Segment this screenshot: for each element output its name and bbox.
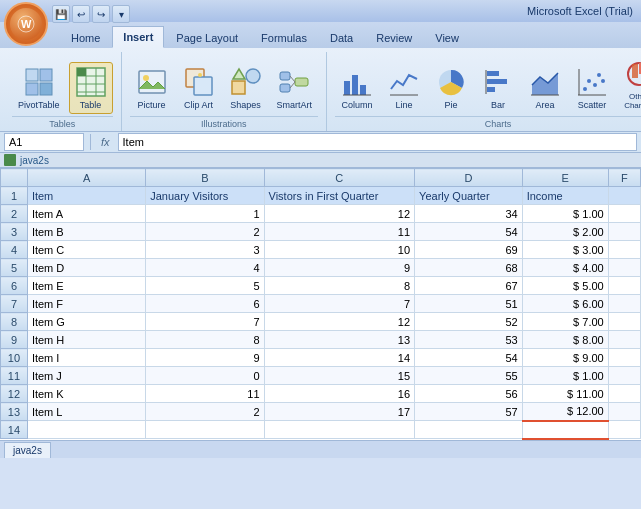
smart-art-button[interactable]: SmartArt (271, 62, 319, 114)
cell-9-F[interactable] (608, 331, 640, 349)
name-box[interactable]: A1 (4, 133, 84, 151)
row-header-10[interactable]: 10 (1, 349, 28, 367)
cell-4-D[interactable]: 69 (415, 241, 523, 259)
cell-1-B[interactable]: January Visitors (146, 187, 264, 205)
cell-10-B[interactable]: 9 (146, 349, 264, 367)
save-quick-btn[interactable]: 💾 (52, 5, 70, 23)
cell-4-A[interactable]: Item C (27, 241, 145, 259)
row-header-14[interactable]: 14 (1, 421, 28, 439)
cell-12-E[interactable]: $ 11.00 (522, 385, 608, 403)
bar-chart-button[interactable]: Bar (476, 62, 520, 114)
pie-chart-button[interactable]: Pie (429, 62, 473, 114)
cell-5-C[interactable]: 9 (264, 259, 415, 277)
col-header-a[interactable]: A (27, 169, 145, 187)
cell-9-B[interactable]: 8 (146, 331, 264, 349)
cell-14-F[interactable] (608, 421, 640, 439)
tab-view[interactable]: View (424, 26, 470, 48)
cell-3-F[interactable] (608, 223, 640, 241)
cell-2-C[interactable]: 12 (264, 205, 415, 223)
formula-input[interactable]: Item (118, 133, 637, 151)
cell-7-A[interactable]: Item F (27, 295, 145, 313)
tab-data[interactable]: Data (319, 26, 364, 48)
cell-8-E[interactable]: $ 7.00 (522, 313, 608, 331)
cell-4-B[interactable]: 3 (146, 241, 264, 259)
cell-13-F[interactable] (608, 403, 640, 421)
cell-5-A[interactable]: Item D (27, 259, 145, 277)
row-header-2[interactable]: 2 (1, 205, 28, 223)
cell-8-D[interactable]: 52 (415, 313, 523, 331)
table-button[interactable]: Table (69, 62, 113, 114)
cell-1-C[interactable]: Vistors in First Quarter (264, 187, 415, 205)
cell-3-B[interactable]: 2 (146, 223, 264, 241)
cell-5-B[interactable]: 4 (146, 259, 264, 277)
cell-7-D[interactable]: 51 (415, 295, 523, 313)
cell-1-F[interactable] (608, 187, 640, 205)
col-header-e[interactable]: E (522, 169, 608, 187)
cell-7-B[interactable]: 6 (146, 295, 264, 313)
cell-2-B[interactable]: 1 (146, 205, 264, 223)
office-button[interactable]: W (4, 2, 48, 46)
redo-quick-btn[interactable]: ↪ (92, 5, 110, 23)
row-header-6[interactable]: 6 (1, 277, 28, 295)
cell-2-F[interactable] (608, 205, 640, 223)
cell-7-C[interactable]: 7 (264, 295, 415, 313)
cell-6-D[interactable]: 67 (415, 277, 523, 295)
cell-1-A[interactable]: Item (27, 187, 145, 205)
cell-1-E[interactable]: Income (522, 187, 608, 205)
row-header-5[interactable]: 5 (1, 259, 28, 277)
row-header-8[interactable]: 8 (1, 313, 28, 331)
cell-12-C[interactable]: 16 (264, 385, 415, 403)
tab-insert[interactable]: Insert (112, 26, 164, 48)
cell-9-C[interactable]: 13 (264, 331, 415, 349)
clip-art-button[interactable]: Clip Art (177, 62, 221, 114)
cell-3-E[interactable]: $ 2.00 (522, 223, 608, 241)
cell-5-E[interactable]: $ 4.00 (522, 259, 608, 277)
row-header-12[interactable]: 12 (1, 385, 28, 403)
cell-6-C[interactable]: 8 (264, 277, 415, 295)
cell-8-F[interactable] (608, 313, 640, 331)
cell-4-E[interactable]: $ 3.00 (522, 241, 608, 259)
cell-7-F[interactable] (608, 295, 640, 313)
cell-11-A[interactable]: Item J (27, 367, 145, 385)
cell-11-F[interactable] (608, 367, 640, 385)
cell-11-C[interactable]: 15 (264, 367, 415, 385)
cell-4-C[interactable]: 10 (264, 241, 415, 259)
cell-13-C[interactable]: 17 (264, 403, 415, 421)
cell-8-A[interactable]: Item G (27, 313, 145, 331)
cell-9-D[interactable]: 53 (415, 331, 523, 349)
row-header-11[interactable]: 11 (1, 367, 28, 385)
cell-3-A[interactable]: Item B (27, 223, 145, 241)
cell-7-E[interactable]: $ 6.00 (522, 295, 608, 313)
cell-3-D[interactable]: 54 (415, 223, 523, 241)
cell-12-B[interactable]: 11 (146, 385, 264, 403)
cell-6-B[interactable]: 5 (146, 277, 264, 295)
cell-9-A[interactable]: Item H (27, 331, 145, 349)
cell-11-E[interactable]: $ 1.00 (522, 367, 608, 385)
cell-12-F[interactable] (608, 385, 640, 403)
cell-2-D[interactable]: 34 (415, 205, 523, 223)
col-header-f[interactable]: F (608, 169, 640, 187)
col-header-d[interactable]: D (415, 169, 523, 187)
cell-3-C[interactable]: 11 (264, 223, 415, 241)
col-header-c[interactable]: C (264, 169, 415, 187)
cell-6-A[interactable]: Item E (27, 277, 145, 295)
cell-14-E[interactable] (522, 421, 608, 439)
cell-13-E[interactable]: $ 12.00 (522, 403, 608, 421)
cell-12-A[interactable]: Item K (27, 385, 145, 403)
cell-10-C[interactable]: 14 (264, 349, 415, 367)
undo-quick-btn[interactable]: ↩ (72, 5, 90, 23)
cell-14-B[interactable] (146, 421, 264, 439)
cell-10-F[interactable] (608, 349, 640, 367)
cell-1-D[interactable]: Yearly Quarter (415, 187, 523, 205)
row-header-13[interactable]: 13 (1, 403, 28, 421)
cell-8-C[interactable]: 12 (264, 313, 415, 331)
cell-5-D[interactable]: 68 (415, 259, 523, 277)
cell-11-B[interactable]: 0 (146, 367, 264, 385)
cell-14-C[interactable] (264, 421, 415, 439)
cell-11-D[interactable]: 55 (415, 367, 523, 385)
line-chart-button[interactable]: Line (382, 62, 426, 114)
pivot-table-button[interactable]: PivotTable (12, 62, 66, 114)
col-header-b[interactable]: B (146, 169, 264, 187)
sheet-tab[interactable]: java2s (4, 442, 51, 458)
cell-10-E[interactable]: $ 9.00 (522, 349, 608, 367)
